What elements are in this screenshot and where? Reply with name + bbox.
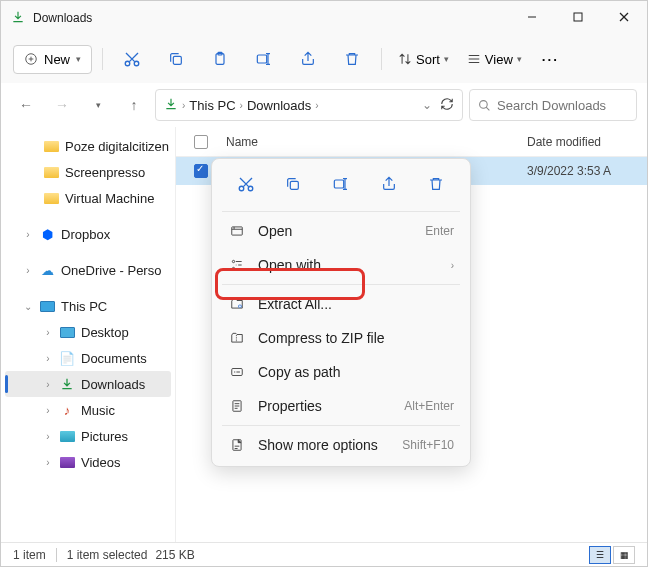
column-name[interactable]: Name — [226, 135, 527, 149]
thumbnails-view-button[interactable]: ▦ — [613, 546, 635, 564]
refresh-button[interactable] — [440, 97, 454, 114]
ctx-compress[interactable]: Compress to ZIP file — [216, 321, 466, 355]
open-with-icon — [228, 258, 246, 272]
sidebar-item-pictures[interactable]: ›Pictures — [1, 423, 175, 449]
chevron-down-icon[interactable]: ⌄ — [422, 98, 432, 112]
search-input[interactable] — [497, 98, 617, 113]
more-icon — [228, 437, 246, 453]
sidebar-item-videos[interactable]: ›Videos — [1, 449, 175, 475]
open-icon — [228, 224, 246, 238]
sidebar-item-folder[interactable]: Poze digitalcitizen — [1, 133, 175, 159]
ctx-copy-button[interactable] — [275, 169, 311, 201]
view-button[interactable]: View ▾ — [461, 48, 528, 71]
expand-icon[interactable]: › — [43, 327, 53, 338]
shortcut-hint: Shift+F10 — [402, 438, 454, 452]
recent-button[interactable]: ▾ — [83, 90, 113, 120]
svg-point-13 — [248, 186, 253, 191]
minimize-button[interactable] — [509, 1, 555, 35]
maximize-button[interactable] — [555, 1, 601, 35]
select-all-checkbox[interactable] — [194, 135, 208, 149]
sidebar-item-downloads[interactable]: ›Downloads — [5, 371, 171, 397]
chevron-down-icon: ▾ — [517, 54, 522, 64]
ctx-extract-all[interactable]: Extract All... — [216, 287, 466, 321]
copy-path-icon — [228, 365, 246, 379]
divider — [222, 284, 460, 285]
svg-point-5 — [125, 61, 130, 66]
expand-icon[interactable]: › — [43, 431, 53, 442]
sort-button[interactable]: Sort ▾ — [392, 48, 455, 71]
shortcut-hint: Alt+Enter — [404, 399, 454, 413]
search-icon — [478, 99, 491, 112]
status-bar: 1 item 1 item selected 215 KB ☰ ▦ — [1, 542, 647, 566]
sidebar-item-onedrive[interactable]: ›☁OneDrive - Perso — [1, 257, 175, 283]
details-view-button[interactable]: ☰ — [589, 546, 611, 564]
svg-rect-9 — [218, 52, 222, 55]
forward-button[interactable]: → — [47, 90, 77, 120]
sidebar-item-desktop[interactable]: ›Desktop — [1, 319, 175, 345]
divider — [222, 211, 460, 212]
paste-button[interactable] — [201, 41, 239, 77]
close-button[interactable] — [601, 1, 647, 35]
chevron-right-icon: › — [451, 260, 454, 271]
new-button-label: New — [44, 52, 70, 67]
sidebar-item-music[interactable]: ›♪Music — [1, 397, 175, 423]
expand-icon[interactable]: › — [43, 457, 53, 468]
cut-button[interactable] — [113, 41, 151, 77]
title-bar: Downloads — [1, 1, 647, 35]
ctx-copy-path[interactable]: Copy as path — [216, 355, 466, 389]
ctx-show-more[interactable]: Show more options Shift+F10 — [216, 428, 466, 462]
ctx-cut-button[interactable] — [228, 169, 264, 201]
sidebar-item-folder[interactable]: Screenpresso — [1, 159, 175, 185]
sidebar-item-folder[interactable]: Virtual Machine — [1, 185, 175, 211]
pictures-icon — [59, 429, 75, 443]
ctx-delete-button[interactable] — [418, 169, 454, 201]
sidebar-label: OneDrive - Perso — [61, 263, 161, 278]
ctx-label: Show more options — [258, 437, 390, 453]
more-button[interactable]: ··· — [534, 48, 567, 71]
dropbox-icon: ⬢ — [39, 227, 55, 241]
up-button[interactable]: ↑ — [119, 90, 149, 120]
expand-icon[interactable]: › — [43, 353, 53, 364]
ctx-rename-button[interactable] — [323, 169, 359, 201]
expand-icon[interactable]: › — [23, 229, 33, 240]
sidebar-item-documents[interactable]: ›📄Documents — [1, 345, 175, 371]
ctx-share-button[interactable] — [371, 169, 407, 201]
file-checkbox[interactable] — [194, 164, 208, 178]
sidebar-label: Virtual Machine — [65, 191, 154, 206]
search-box[interactable] — [469, 89, 637, 121]
expand-icon[interactable]: › — [23, 265, 33, 276]
sidebar-label: Videos — [81, 455, 121, 470]
share-button[interactable] — [289, 41, 327, 77]
sidebar-label: Documents — [81, 351, 147, 366]
address-bar[interactable]: › This PC › Downloads › ⌄ — [155, 89, 463, 121]
separator — [381, 48, 382, 70]
chevron-right-icon: › — [182, 100, 185, 111]
ctx-label: Extract All... — [258, 296, 454, 312]
new-button[interactable]: New ▾ — [13, 45, 92, 74]
properties-icon — [228, 398, 246, 414]
shortcut-hint: Enter — [425, 224, 454, 238]
separator — [56, 548, 57, 562]
sidebar-item-dropbox[interactable]: ›⬢Dropbox — [1, 221, 175, 247]
expand-icon[interactable]: › — [43, 405, 53, 416]
rename-button[interactable] — [245, 41, 283, 77]
breadcrumb-segment[interactable]: Downloads — [247, 98, 311, 113]
column-date[interactable]: Date modified — [527, 135, 647, 149]
svg-point-6 — [134, 61, 139, 66]
expand-icon[interactable]: › — [43, 379, 53, 390]
collapse-icon[interactable]: ⌄ — [23, 301, 33, 312]
onedrive-icon: ☁ — [39, 263, 55, 277]
copy-button[interactable] — [157, 41, 195, 77]
svg-point-11 — [480, 100, 488, 108]
delete-button[interactable] — [333, 41, 371, 77]
ctx-properties[interactable]: Properties Alt+Enter — [216, 389, 466, 423]
breadcrumb-segment[interactable]: This PC — [189, 98, 235, 113]
svg-rect-10 — [257, 55, 266, 63]
ctx-open-with[interactable]: Open with › — [216, 248, 466, 282]
music-icon: ♪ — [59, 403, 75, 417]
sidebar-label: Pictures — [81, 429, 128, 444]
ctx-open[interactable]: Open Enter — [216, 214, 466, 248]
sidebar-label: Poze digitalcitizen — [65, 139, 169, 154]
back-button[interactable]: ← — [11, 90, 41, 120]
sidebar-item-thispc[interactable]: ⌄This PC — [1, 293, 175, 319]
